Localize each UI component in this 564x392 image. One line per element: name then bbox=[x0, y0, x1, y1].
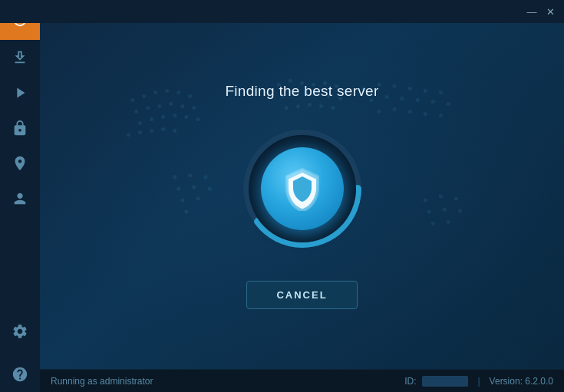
shield-spinner-container bbox=[241, 127, 364, 250]
svg-point-42 bbox=[393, 84, 397, 88]
title-bar: — ✕ bbox=[0, 0, 564, 23]
svg-point-80 bbox=[427, 210, 431, 214]
svg-point-55 bbox=[424, 112, 427, 116]
svg-point-70 bbox=[203, 175, 207, 179]
id-label: ID: bbox=[404, 376, 416, 387]
svg-point-52 bbox=[377, 110, 381, 114]
svg-point-9 bbox=[169, 102, 173, 106]
svg-point-47 bbox=[384, 95, 388, 99]
svg-point-22 bbox=[173, 129, 176, 133]
svg-point-82 bbox=[458, 209, 462, 213]
svg-point-83 bbox=[431, 222, 435, 226]
version-label: Version: 6.2.0.0 bbox=[490, 376, 553, 387]
id-value-box bbox=[422, 376, 468, 387]
svg-point-5 bbox=[188, 94, 192, 98]
finding-server-text: Finding the best server bbox=[225, 83, 378, 100]
svg-point-15 bbox=[173, 114, 176, 117]
svg-point-38 bbox=[319, 104, 323, 108]
download-icon bbox=[12, 49, 28, 66]
svg-point-19 bbox=[138, 130, 142, 134]
svg-point-48 bbox=[401, 97, 404, 100]
svg-point-50 bbox=[431, 100, 435, 104]
svg-point-0 bbox=[130, 98, 134, 102]
svg-point-12 bbox=[138, 121, 142, 125]
svg-point-35 bbox=[285, 106, 289, 110]
sidebar-item-help[interactable] bbox=[0, 357, 40, 392]
sidebar bbox=[0, 0, 40, 392]
help-icon bbox=[12, 366, 28, 383]
svg-point-8 bbox=[157, 104, 161, 108]
svg-point-3 bbox=[165, 89, 169, 93]
svg-point-74 bbox=[180, 199, 184, 203]
svg-point-4 bbox=[176, 91, 180, 94]
svg-point-53 bbox=[393, 107, 397, 111]
user-icon bbox=[12, 190, 28, 207]
svg-point-2 bbox=[153, 91, 157, 94]
svg-point-45 bbox=[439, 91, 443, 94]
admin-status-text: Running as administrator bbox=[51, 376, 153, 387]
svg-point-49 bbox=[416, 98, 420, 102]
svg-point-13 bbox=[150, 117, 153, 121]
svg-point-56 bbox=[439, 114, 443, 117]
svg-point-37 bbox=[308, 103, 312, 107]
vpn-shield-circle bbox=[261, 147, 344, 230]
svg-point-68 bbox=[173, 175, 176, 179]
sidebar-item-connect[interactable] bbox=[0, 75, 40, 110]
status-right-section: ID: | Version: 6.2.0.0 bbox=[404, 376, 553, 387]
svg-point-54 bbox=[408, 110, 412, 114]
sidebar-item-locations[interactable] bbox=[0, 146, 40, 181]
svg-point-17 bbox=[196, 117, 200, 121]
svg-point-1 bbox=[142, 94, 146, 98]
close-button[interactable]: ✕ bbox=[543, 4, 558, 19]
svg-point-39 bbox=[331, 106, 335, 110]
svg-point-14 bbox=[161, 115, 165, 119]
main-content: Finding the best server CANCEL bbox=[40, 23, 564, 369]
svg-point-11 bbox=[192, 106, 196, 110]
svg-point-76 bbox=[184, 210, 188, 214]
svg-point-20 bbox=[150, 129, 153, 133]
svg-point-16 bbox=[184, 115, 188, 119]
minimize-button[interactable]: — bbox=[524, 4, 539, 19]
svg-point-18 bbox=[127, 133, 130, 137]
svg-point-78 bbox=[439, 194, 443, 198]
play-icon bbox=[12, 84, 28, 101]
svg-point-21 bbox=[161, 127, 165, 131]
svg-point-36 bbox=[296, 104, 300, 108]
location-icon bbox=[12, 155, 28, 172]
svg-point-71 bbox=[176, 186, 180, 190]
settings-icon bbox=[12, 323, 28, 340]
svg-point-44 bbox=[424, 89, 427, 93]
svg-point-69 bbox=[188, 173, 192, 177]
svg-point-6 bbox=[134, 110, 138, 114]
svg-point-73 bbox=[207, 186, 211, 190]
svg-point-81 bbox=[443, 208, 447, 212]
svg-point-79 bbox=[454, 196, 458, 200]
sidebar-item-settings[interactable] bbox=[0, 314, 40, 349]
sidebar-item-download[interactable] bbox=[0, 40, 40, 75]
cancel-button[interactable]: CANCEL bbox=[246, 281, 357, 309]
svg-point-72 bbox=[192, 185, 196, 189]
svg-point-84 bbox=[447, 220, 450, 224]
shield-icon bbox=[282, 166, 322, 211]
svg-point-51 bbox=[447, 102, 450, 106]
status-bar: Running as administrator ID: | Version: … bbox=[40, 369, 564, 392]
svg-point-43 bbox=[408, 87, 412, 91]
lock-icon bbox=[12, 120, 28, 137]
sidebar-item-account[interactable] bbox=[0, 181, 40, 216]
svg-point-7 bbox=[146, 106, 150, 110]
svg-point-10 bbox=[180, 104, 184, 108]
sidebar-item-security[interactable] bbox=[0, 110, 40, 146]
svg-point-77 bbox=[424, 199, 427, 203]
status-divider: | bbox=[477, 376, 480, 387]
svg-point-75 bbox=[196, 196, 200, 200]
